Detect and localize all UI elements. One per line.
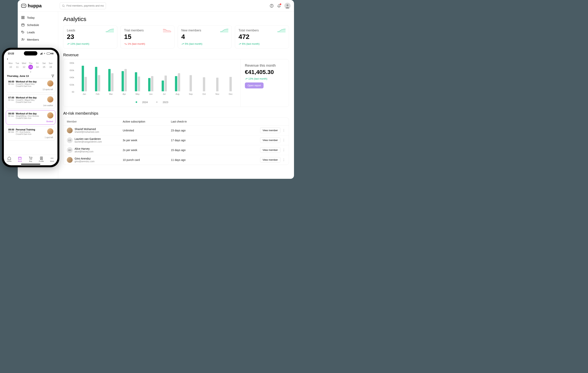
- col-header-checkin: Last check-in: [171, 120, 258, 123]
- day-of-week: Tue: [14, 62, 21, 64]
- member-email: gino@arendsz.com: [74, 160, 94, 163]
- class-status: 13 spots left: [8, 88, 53, 91]
- ytick: €0: [66, 91, 74, 93]
- tag-icon: [21, 31, 25, 34]
- tab-profile[interactable]: Profile: [36, 156, 47, 162]
- stat-cards: Leads 23 13% (last month) Trial members …: [63, 25, 289, 49]
- class-location: CrossFit Dam Iron: [16, 117, 39, 119]
- revenue-summary: Revenue this month €41,405.30 13% (last …: [241, 59, 289, 107]
- nav-label: Leads: [27, 31, 35, 34]
- svg-point-27: [53, 158, 53, 158]
- more-icon[interactable]: ⋮: [282, 158, 285, 162]
- class-card[interactable]: 07:00 60 min Workout of the day CrossFit…: [6, 94, 55, 109]
- more-icon[interactable]: ⋮: [282, 148, 285, 152]
- help-icon[interactable]: [270, 4, 273, 8]
- classes-list[interactable]: 06:00 60 min Workout of the day CrossFit…: [4, 78, 57, 155]
- bar-2024: [108, 69, 111, 91]
- bar-2024: [122, 71, 124, 91]
- bar-2023: [111, 73, 114, 91]
- view-member-button[interactable]: View member: [260, 137, 280, 143]
- more-icon[interactable]: ⋮: [282, 128, 285, 132]
- view-member-button[interactable]: View member: [260, 128, 280, 133]
- battery-icon: [47, 53, 51, 54]
- search-input[interactable]: [60, 2, 106, 9]
- notifications-icon[interactable]: [277, 4, 281, 8]
- nav-leads[interactable]: Leads: [18, 29, 58, 36]
- member-name: Sharief Mohamed: [74, 128, 99, 131]
- day-number: 15: [42, 65, 46, 69]
- svg-point-26: [52, 158, 52, 158]
- class-duration: 60 min: [8, 99, 14, 101]
- member-avatar: [67, 128, 73, 133]
- bar-2024: [95, 67, 97, 92]
- svg-rect-8: [23, 18, 24, 19]
- content: Analytics Leads 23 13% (last month) Tria…: [58, 11, 294, 179]
- brand-logo[interactable]: huppa: [21, 3, 60, 9]
- day-picker-item[interactable]: Tue 11: [14, 62, 21, 69]
- month-group: Jun: [144, 63, 158, 91]
- class-title: Workout of the day: [16, 96, 37, 99]
- stat-card[interactable]: Trial members 15 1% (last month): [120, 25, 175, 49]
- user-avatar[interactable]: [284, 3, 291, 9]
- day-picker-item[interactable]: Sat 15: [41, 62, 47, 69]
- stat-card[interactable]: Leads 23 13% (last month): [63, 25, 117, 49]
- search-field[interactable]: [66, 4, 104, 7]
- day-picker-item[interactable]: Sun 16: [47, 62, 54, 69]
- stat-card[interactable]: Total members 472 6% (last month): [235, 25, 289, 49]
- page-title: Analytics: [63, 16, 289, 22]
- day-number: 12: [21, 65, 26, 69]
- stat-card[interactable]: New members 4 5% (last month): [178, 25, 232, 49]
- day-picker-item[interactable]: Mon 10: [7, 62, 14, 69]
- tab-home[interactable]: Home: [4, 156, 15, 162]
- month-label: Oct: [202, 93, 206, 95]
- svg-point-0: [63, 5, 64, 6]
- logo-icon: [21, 4, 26, 8]
- day-picker-item[interactable]: Fri 14: [34, 62, 41, 69]
- view-member-button[interactable]: View member: [260, 147, 280, 153]
- back-button[interactable]: ‹: [7, 57, 54, 61]
- class-duration: 60 min: [8, 131, 14, 133]
- chevron-down-icon[interactable]: ⌄: [7, 70, 54, 73]
- more-icon[interactable]: ⋮: [282, 138, 285, 142]
- day-picker-item[interactable]: Thu 13: [27, 62, 34, 69]
- tab-label: Buy: [25, 160, 36, 162]
- table-row: Sharief Mohamed sharief@mohamed.com Unli…: [63, 126, 289, 135]
- sparkline-icon: [105, 28, 115, 32]
- sparkline-icon: [220, 28, 229, 32]
- filter-icon[interactable]: [51, 74, 54, 77]
- class-duration: 60 min: [8, 115, 14, 117]
- class-title: Personal Training: [16, 128, 35, 131]
- nav-schedule[interactable]: Schedule: [18, 21, 58, 29]
- stat-trend: 6% (last month): [239, 43, 285, 45]
- tab-buy[interactable]: Buy: [25, 156, 36, 162]
- svg-point-14: [22, 39, 23, 40]
- day-picker-item[interactable]: Wed 12: [21, 62, 27, 69]
- member-avatar: AH: [67, 147, 73, 153]
- open-report-button[interactable]: Open report: [245, 83, 263, 88]
- svg-line-1: [64, 6, 64, 7]
- nav-members[interactable]: Members: [18, 36, 58, 43]
- last-checkin: 11 days ago: [171, 158, 260, 161]
- class-meta: CrossFit • Miguel Eley: [16, 99, 37, 101]
- day-title: Thursday, June 13: [7, 75, 29, 77]
- tab-more[interactable]: More: [47, 156, 57, 162]
- risk-table: Member Active subscription Last check-in…: [63, 117, 289, 165]
- class-meta: CrossFit • Miguel Eley: [16, 83, 37, 85]
- class-title: Workout of the day: [16, 80, 37, 83]
- class-card[interactable]: 08:00 60 min Workout of the day Weightli…: [6, 110, 55, 125]
- tab-book[interactable]: Book: [15, 156, 25, 162]
- trend-up-icon: [181, 43, 184, 45]
- nav-today[interactable]: Today: [18, 14, 58, 21]
- view-member-button[interactable]: View member: [260, 157, 280, 163]
- day-number: 14: [35, 65, 40, 69]
- day-of-week: Fri: [34, 62, 41, 64]
- class-location: CrossFit Dam Iron: [16, 101, 37, 103]
- stat-trend: 13% (last month): [67, 43, 114, 45]
- class-card[interactable]: 09:00 60 min Personal Training PT • Eva …: [6, 126, 55, 141]
- class-card[interactable]: 06:00 60 min Workout of the day CrossFit…: [6, 78, 55, 93]
- notification-dot: [280, 3, 281, 5]
- bar-2024: [162, 81, 164, 91]
- class-meta: Weightlifting • Dion Briones: [16, 115, 39, 117]
- revenue-chart: €80k€60k€40k€20k€0 Jan Feb Mar Apr May: [63, 59, 241, 107]
- table-header: Member Active subscription Last check-in: [63, 118, 289, 126]
